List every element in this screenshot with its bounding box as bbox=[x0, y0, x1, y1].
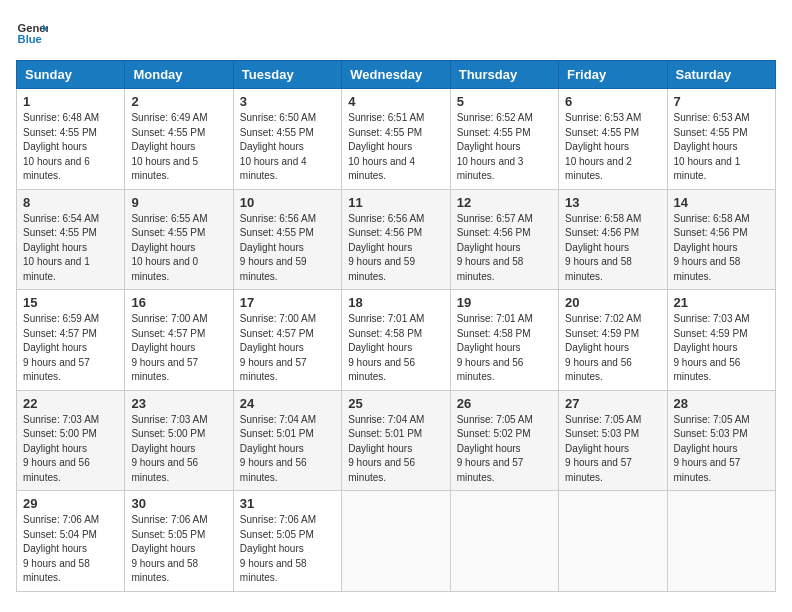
calendar-cell bbox=[342, 491, 450, 592]
day-info: Sunrise: 7:06 AMSunset: 5:05 PMDaylight … bbox=[240, 514, 316, 583]
day-info: Sunrise: 6:55 AMSunset: 4:55 PMDaylight … bbox=[131, 213, 207, 282]
weekday-header-sunday: Sunday bbox=[17, 61, 125, 89]
day-number: 23 bbox=[131, 396, 226, 411]
svg-text:Blue: Blue bbox=[18, 33, 42, 45]
day-info: Sunrise: 7:04 AMSunset: 5:01 PMDaylight … bbox=[348, 414, 424, 483]
day-number: 7 bbox=[674, 94, 769, 109]
day-number: 8 bbox=[23, 195, 118, 210]
day-info: Sunrise: 6:56 AMSunset: 4:55 PMDaylight … bbox=[240, 213, 316, 282]
day-info: Sunrise: 7:03 AMSunset: 4:59 PMDaylight … bbox=[674, 313, 750, 382]
weekday-header-monday: Monday bbox=[125, 61, 233, 89]
calendar-cell: 9 Sunrise: 6:55 AMSunset: 4:55 PMDayligh… bbox=[125, 189, 233, 290]
calendar-cell: 24 Sunrise: 7:04 AMSunset: 5:01 PMDaylig… bbox=[233, 390, 341, 491]
day-number: 15 bbox=[23, 295, 118, 310]
day-number: 26 bbox=[457, 396, 552, 411]
calendar-cell: 30 Sunrise: 7:06 AMSunset: 5:05 PMDaylig… bbox=[125, 491, 233, 592]
day-number: 13 bbox=[565, 195, 660, 210]
day-number: 2 bbox=[131, 94, 226, 109]
day-info: Sunrise: 6:58 AMSunset: 4:56 PMDaylight … bbox=[565, 213, 641, 282]
day-number: 10 bbox=[240, 195, 335, 210]
day-info: Sunrise: 7:04 AMSunset: 5:01 PMDaylight … bbox=[240, 414, 316, 483]
day-number: 29 bbox=[23, 496, 118, 511]
calendar-cell: 6 Sunrise: 6:53 AMSunset: 4:55 PMDayligh… bbox=[559, 89, 667, 190]
page-header: General Blue bbox=[16, 16, 776, 48]
week-row-5: 29 Sunrise: 7:06 AMSunset: 5:04 PMDaylig… bbox=[17, 491, 776, 592]
day-number: 16 bbox=[131, 295, 226, 310]
logo-icon: General Blue bbox=[16, 16, 48, 48]
day-number: 4 bbox=[348, 94, 443, 109]
calendar-cell: 2 Sunrise: 6:49 AMSunset: 4:55 PMDayligh… bbox=[125, 89, 233, 190]
day-info: Sunrise: 6:56 AMSunset: 4:56 PMDaylight … bbox=[348, 213, 424, 282]
day-info: Sunrise: 6:49 AMSunset: 4:55 PMDaylight … bbox=[131, 112, 207, 181]
calendar-cell: 28 Sunrise: 7:05 AMSunset: 5:03 PMDaylig… bbox=[667, 390, 775, 491]
day-info: Sunrise: 7:01 AMSunset: 4:58 PMDaylight … bbox=[348, 313, 424, 382]
calendar-cell: 12 Sunrise: 6:57 AMSunset: 4:56 PMDaylig… bbox=[450, 189, 558, 290]
day-number: 18 bbox=[348, 295, 443, 310]
calendar-cell: 13 Sunrise: 6:58 AMSunset: 4:56 PMDaylig… bbox=[559, 189, 667, 290]
day-number: 9 bbox=[131, 195, 226, 210]
weekday-header-thursday: Thursday bbox=[450, 61, 558, 89]
day-info: Sunrise: 6:48 AMSunset: 4:55 PMDaylight … bbox=[23, 112, 99, 181]
day-number: 21 bbox=[674, 295, 769, 310]
day-number: 19 bbox=[457, 295, 552, 310]
calendar-cell: 3 Sunrise: 6:50 AMSunset: 4:55 PMDayligh… bbox=[233, 89, 341, 190]
calendar-cell bbox=[667, 491, 775, 592]
calendar-cell: 18 Sunrise: 7:01 AMSunset: 4:58 PMDaylig… bbox=[342, 290, 450, 391]
day-info: Sunrise: 6:51 AMSunset: 4:55 PMDaylight … bbox=[348, 112, 424, 181]
calendar-cell bbox=[559, 491, 667, 592]
calendar-table: SundayMondayTuesdayWednesdayThursdayFrid… bbox=[16, 60, 776, 592]
calendar-cell: 5 Sunrise: 6:52 AMSunset: 4:55 PMDayligh… bbox=[450, 89, 558, 190]
calendar-cell: 10 Sunrise: 6:56 AMSunset: 4:55 PMDaylig… bbox=[233, 189, 341, 290]
calendar-cell: 29 Sunrise: 7:06 AMSunset: 5:04 PMDaylig… bbox=[17, 491, 125, 592]
week-row-4: 22 Sunrise: 7:03 AMSunset: 5:00 PMDaylig… bbox=[17, 390, 776, 491]
calendar-cell: 23 Sunrise: 7:03 AMSunset: 5:00 PMDaylig… bbox=[125, 390, 233, 491]
calendar-cell: 1 Sunrise: 6:48 AMSunset: 4:55 PMDayligh… bbox=[17, 89, 125, 190]
day-info: Sunrise: 7:03 AMSunset: 5:00 PMDaylight … bbox=[131, 414, 207, 483]
weekday-header-wednesday: Wednesday bbox=[342, 61, 450, 89]
day-number: 3 bbox=[240, 94, 335, 109]
day-info: Sunrise: 6:53 AMSunset: 4:55 PMDaylight … bbox=[565, 112, 641, 181]
calendar-cell: 16 Sunrise: 7:00 AMSunset: 4:57 PMDaylig… bbox=[125, 290, 233, 391]
day-number: 12 bbox=[457, 195, 552, 210]
calendar-cell bbox=[450, 491, 558, 592]
day-info: Sunrise: 6:58 AMSunset: 4:56 PMDaylight … bbox=[674, 213, 750, 282]
calendar-cell: 4 Sunrise: 6:51 AMSunset: 4:55 PMDayligh… bbox=[342, 89, 450, 190]
calendar-cell: 31 Sunrise: 7:06 AMSunset: 5:05 PMDaylig… bbox=[233, 491, 341, 592]
day-info: Sunrise: 6:59 AMSunset: 4:57 PMDaylight … bbox=[23, 313, 99, 382]
week-row-2: 8 Sunrise: 6:54 AMSunset: 4:55 PMDayligh… bbox=[17, 189, 776, 290]
day-info: Sunrise: 6:53 AMSunset: 4:55 PMDaylight … bbox=[674, 112, 750, 181]
day-number: 22 bbox=[23, 396, 118, 411]
calendar-cell: 26 Sunrise: 7:05 AMSunset: 5:02 PMDaylig… bbox=[450, 390, 558, 491]
day-info: Sunrise: 6:50 AMSunset: 4:55 PMDaylight … bbox=[240, 112, 316, 181]
calendar-cell: 15 Sunrise: 6:59 AMSunset: 4:57 PMDaylig… bbox=[17, 290, 125, 391]
day-number: 31 bbox=[240, 496, 335, 511]
calendar-cell: 27 Sunrise: 7:05 AMSunset: 5:03 PMDaylig… bbox=[559, 390, 667, 491]
day-number: 20 bbox=[565, 295, 660, 310]
weekday-header-tuesday: Tuesday bbox=[233, 61, 341, 89]
day-info: Sunrise: 7:00 AMSunset: 4:57 PMDaylight … bbox=[131, 313, 207, 382]
day-info: Sunrise: 6:57 AMSunset: 4:56 PMDaylight … bbox=[457, 213, 533, 282]
calendar-cell: 22 Sunrise: 7:03 AMSunset: 5:00 PMDaylig… bbox=[17, 390, 125, 491]
day-info: Sunrise: 7:05 AMSunset: 5:03 PMDaylight … bbox=[565, 414, 641, 483]
weekday-header-friday: Friday bbox=[559, 61, 667, 89]
calendar-cell: 8 Sunrise: 6:54 AMSunset: 4:55 PMDayligh… bbox=[17, 189, 125, 290]
day-info: Sunrise: 6:54 AMSunset: 4:55 PMDaylight … bbox=[23, 213, 99, 282]
day-number: 6 bbox=[565, 94, 660, 109]
day-number: 11 bbox=[348, 195, 443, 210]
week-row-3: 15 Sunrise: 6:59 AMSunset: 4:57 PMDaylig… bbox=[17, 290, 776, 391]
calendar-cell: 11 Sunrise: 6:56 AMSunset: 4:56 PMDaylig… bbox=[342, 189, 450, 290]
calendar-cell: 25 Sunrise: 7:04 AMSunset: 5:01 PMDaylig… bbox=[342, 390, 450, 491]
day-info: Sunrise: 7:03 AMSunset: 5:00 PMDaylight … bbox=[23, 414, 99, 483]
day-number: 14 bbox=[674, 195, 769, 210]
day-info: Sunrise: 7:05 AMSunset: 5:02 PMDaylight … bbox=[457, 414, 533, 483]
day-info: Sunrise: 7:06 AMSunset: 5:04 PMDaylight … bbox=[23, 514, 99, 583]
weekday-header-saturday: Saturday bbox=[667, 61, 775, 89]
day-number: 1 bbox=[23, 94, 118, 109]
day-info: Sunrise: 7:06 AMSunset: 5:05 PMDaylight … bbox=[131, 514, 207, 583]
day-info: Sunrise: 7:02 AMSunset: 4:59 PMDaylight … bbox=[565, 313, 641, 382]
day-number: 28 bbox=[674, 396, 769, 411]
day-info: Sunrise: 7:01 AMSunset: 4:58 PMDaylight … bbox=[457, 313, 533, 382]
logo: General Blue bbox=[16, 16, 48, 48]
calendar-cell: 20 Sunrise: 7:02 AMSunset: 4:59 PMDaylig… bbox=[559, 290, 667, 391]
day-number: 25 bbox=[348, 396, 443, 411]
